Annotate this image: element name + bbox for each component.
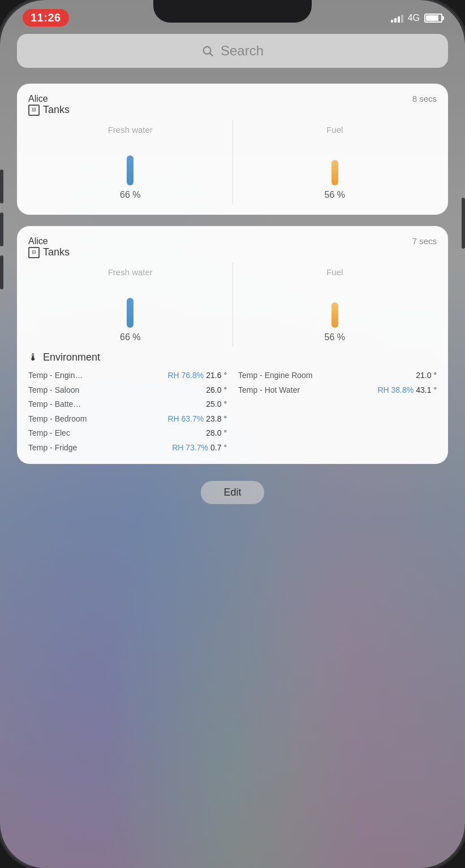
environment-header: 🌡 Environment [28, 351, 437, 363]
env-name: Temp - Engin… [28, 370, 167, 381]
tank-category-icon-1: ⊟ [28, 105, 40, 116]
list-item: Temp - Fridge RH 73.7% 0.7 ° [28, 442, 227, 454]
environment-label: Environment [43, 351, 100, 363]
boat-name-1: Alice [28, 94, 70, 104]
fuel-bar-container-1 [331, 140, 338, 185]
widget-category-2: ⊟ Tanks [28, 246, 70, 258]
tank-category-icon-2: ⊟ [28, 247, 40, 258]
list-item: Temp - Hot Water RH 38.8% 43.1 ° [238, 385, 437, 396]
widget-time-2: 7 secs [412, 236, 437, 246]
env-name: Temp - Elec [28, 428, 206, 439]
env-rh: RH 76.8% [167, 370, 204, 381]
env-col-left: Temp - Engin… RH 76.8% 21.6 ° Temp - Sal… [28, 370, 227, 454]
widget-title-2: Alice ⊟ Tanks [28, 236, 70, 258]
network-label: 4G [408, 13, 420, 23]
env-rh: RH 63.7% [167, 414, 204, 425]
env-value: 0.7 ° [210, 442, 227, 454]
widget-title-1: Alice ⊟ Tanks [28, 94, 70, 116]
edit-button[interactable]: Edit [201, 481, 264, 504]
fresh-water-label-2: Fresh water [108, 267, 153, 277]
list-item: Temp - Elec 28.0 ° [28, 428, 227, 439]
list-item: Temp - Engine Room 21.0 ° [238, 370, 437, 381]
search-label: Search [221, 43, 264, 59]
list-item: Temp - Saloon 26.0 ° [28, 385, 227, 396]
widget-header-1: Alice ⊟ Tanks 8 secs [28, 94, 437, 116]
env-value: 26.0 ° [206, 385, 227, 396]
boat-name-2: Alice [28, 236, 70, 246]
widget-time-1: 8 secs [412, 94, 437, 103]
env-value: 21.0 ° [416, 370, 437, 381]
status-bar: 11:26 4G [0, 0, 465, 31]
search-bar[interactable]: Search [17, 34, 448, 68]
content-area: Search Alice ⊟ Tanks 8 secs Fresh [17, 34, 448, 834]
side-buttons [0, 170, 3, 298]
fresh-water-bar-2 [127, 298, 134, 328]
env-col-right: Temp - Engine Room 21.0 ° Temp - Hot Wat… [238, 370, 437, 454]
time-display: 11:26 [23, 9, 69, 27]
fresh-water-bar-container-1 [127, 140, 134, 185]
tanks-row-1: Fresh water 66 % Fuel 56 % [28, 120, 437, 205]
env-value: 28.0 ° [206, 428, 227, 439]
env-value: 43.1 ° [416, 385, 437, 396]
fresh-water-label-1: Fresh water [108, 125, 153, 134]
fuel-bar-1 [331, 160, 338, 185]
fresh-water-bar-1 [127, 155, 134, 185]
env-name: Temp - Batte… [28, 399, 206, 410]
fuel-tank-2: Fuel 56 % [233, 263, 437, 347]
env-name: Temp - Engine Room [238, 370, 416, 381]
fresh-water-pct-2: 66 % [120, 332, 140, 342]
fresh-water-tank-1: Fresh water 66 % [28, 120, 233, 205]
battery-icon [424, 14, 442, 23]
fresh-water-bar-container-2 [127, 283, 134, 328]
fresh-water-pct-1: 66 % [120, 190, 140, 200]
widget-card-1[interactable]: Alice ⊟ Tanks 8 secs Fresh water [17, 84, 448, 215]
fuel-bar-2 [331, 302, 338, 328]
power-button [462, 198, 465, 249]
env-name: Temp - Bedroom [28, 414, 167, 425]
env-value: 23.8 ° [206, 414, 227, 425]
fuel-label-2: Fuel [326, 267, 343, 277]
widget-card-2[interactable]: Alice ⊟ Tanks 7 secs Fresh water [17, 226, 448, 464]
fuel-pct-2: 56 % [325, 332, 345, 342]
signal-icon [391, 14, 403, 23]
status-right: 4G [391, 13, 442, 23]
fuel-tank-1: Fuel 56 % [233, 120, 437, 205]
env-rows-container: Temp - Engin… RH 76.8% 21.6 ° Temp - Sal… [28, 370, 437, 454]
env-rh: RH 38.8% [377, 385, 414, 396]
phone-frame: 11:26 4G Search [0, 0, 465, 868]
env-name: Temp - Hot Water [238, 385, 377, 396]
list-item: Temp - Bedroom RH 63.7% 23.8 ° [28, 414, 227, 425]
fuel-bar-container-2 [331, 283, 338, 328]
env-rh: RH 73.7% [172, 442, 208, 454]
fresh-water-tank-2: Fresh water 66 % [28, 263, 233, 347]
env-value: 21.6 ° [206, 370, 227, 381]
list-item: Temp - Engin… RH 76.8% 21.6 ° [28, 370, 227, 381]
widget-header-2: Alice ⊟ Tanks 7 secs [28, 236, 437, 258]
list-item: Temp - Batte… 25.0 ° [28, 399, 227, 410]
fuel-label-1: Fuel [326, 125, 343, 134]
env-name: Temp - Fridge [28, 442, 172, 454]
env-name: Temp - Saloon [28, 385, 206, 396]
env-value: 25.0 ° [206, 399, 227, 410]
tanks-row-2: Fresh water 66 % Fuel 56 % [28, 263, 437, 347]
svg-point-0 [204, 47, 211, 54]
widget-category-1: ⊟ Tanks [28, 104, 70, 116]
fuel-pct-1: 56 % [325, 190, 345, 200]
svg-line-1 [210, 53, 213, 56]
environment-section: 🌡 Environment Temp - Engin… RH 76.8% 21.… [28, 351, 437, 454]
search-icon [201, 45, 214, 57]
